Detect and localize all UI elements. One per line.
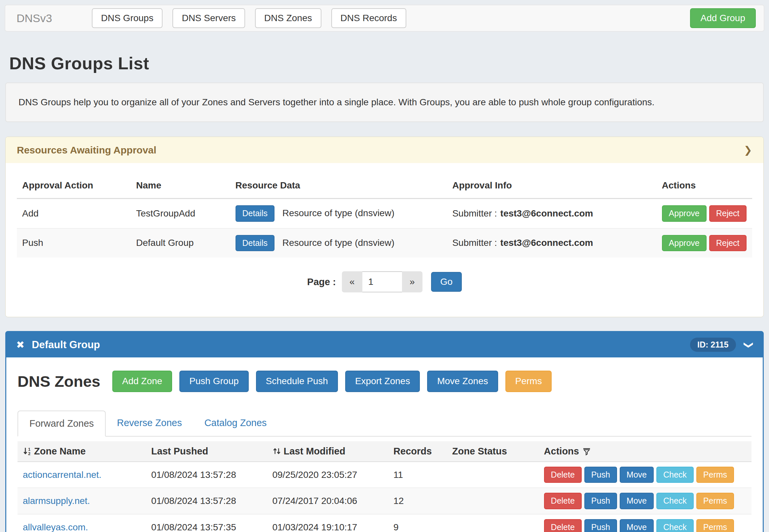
col-zone-name[interactable]: 12Zone Name	[17, 441, 146, 462]
move-button[interactable]: Move	[620, 493, 654, 509]
approval-info-cell: Submitter :test3@6connect.com	[447, 228, 656, 258]
zone-name-link[interactable]: actioncarrental.net.	[23, 470, 101, 480]
col-actions: Actions	[657, 173, 752, 199]
last-pushed-cell: 01/08/2024 13:57:28	[146, 462, 267, 488]
zone-name-link[interactable]: alarmsupply.net.	[23, 496, 90, 506]
chevron-down-icon[interactable]	[745, 339, 753, 351]
perms-row-button[interactable]: Perms	[696, 493, 734, 509]
zone-status-cell	[447, 462, 539, 488]
perms-row-button[interactable]: Perms	[696, 519, 734, 532]
group-panel-body: DNS Zones Add Zone Push Group Schedule P…	[6, 357, 763, 532]
next-page-button[interactable]: »	[402, 271, 422, 292]
details-button[interactable]: Details	[236, 205, 275, 222]
resources-awaiting-approval-panel: Resources Awaiting Approval Approval Act…	[5, 137, 764, 317]
last-pushed-cell: 01/08/2024 13:57:28	[146, 488, 267, 514]
col-zone-status: Zone Status	[447, 441, 539, 462]
chevron-right-icon[interactable]	[744, 144, 752, 156]
last-modified-cell: 09/25/2020 23:05:27	[267, 462, 388, 488]
col-zone-actions[interactable]: Actions	[539, 441, 752, 462]
approval-row: Push Default Group Details Resource of t…	[17, 228, 752, 258]
perms-row-button[interactable]: Perms	[696, 467, 734, 483]
records-cell: 11	[388, 462, 447, 488]
perms-button[interactable]: Perms	[505, 371, 552, 392]
approval-panel-header: Resources Awaiting Approval	[6, 137, 763, 163]
tab-catalog-zones[interactable]: Catalog Zones	[193, 411, 278, 437]
approval-row: Add TestGroupAdd Details Resource of typ…	[17, 199, 752, 228]
move-button[interactable]: Move	[620, 519, 654, 532]
approval-actions-cell: ApproveReject	[657, 199, 752, 228]
resource-description: Resource of type (dnsview)	[283, 208, 394, 218]
nav-dns-servers-button[interactable]: DNS Servers	[172, 8, 245, 28]
top-navbar: DNSv3 DNS Groups DNS Servers DNS Zones D…	[5, 5, 764, 32]
page-number-input[interactable]	[362, 271, 402, 292]
last-modified-cell: 01/03/2024 19:10:17	[267, 514, 388, 532]
app-brand: DNSv3	[17, 12, 52, 25]
dns-zones-toolbar: DNS Zones Add Zone Push Group Schedule P…	[17, 371, 752, 392]
sort-updown-icon	[272, 447, 282, 456]
push-button[interactable]: Push	[585, 493, 617, 509]
submitter-label: Submitter :	[452, 208, 497, 218]
close-icon[interactable]	[16, 339, 24, 351]
approval-header-row: Approval Action Name Resource Data Appro…	[17, 173, 752, 199]
filter-icon	[583, 447, 591, 456]
nav-dns-groups-button[interactable]: DNS Groups	[92, 8, 163, 28]
zones-tabs: Forward Zones Reverse Zones Catalog Zone…	[17, 411, 752, 437]
group-title: Default Group	[32, 339, 100, 351]
check-button[interactable]: Check	[656, 493, 694, 509]
add-group-button[interactable]: Add Group	[690, 8, 756, 28]
approval-info-cell: Submitter :test3@6connect.com	[447, 199, 656, 228]
col-last-modified[interactable]: Last Modified	[267, 441, 388, 462]
dns-zones-heading: DNS Zones	[17, 372, 100, 390]
tab-reverse-zones[interactable]: Reverse Zones	[106, 411, 193, 437]
push-button[interactable]: Push	[585, 519, 617, 532]
sort-numeric-icon: 12	[23, 447, 32, 456]
schedule-push-button[interactable]: Schedule Push	[256, 371, 338, 392]
zone-status-cell	[447, 514, 539, 532]
zone-row: actioncarrental.net. 01/08/2024 13:57:28…	[17, 462, 752, 488]
reject-button[interactable]: Reject	[709, 205, 747, 222]
prev-page-button[interactable]: «	[342, 271, 362, 292]
add-zone-button[interactable]: Add Zone	[112, 371, 172, 392]
last-pushed-cell: 01/08/2024 13:57:35	[146, 514, 267, 532]
resource-description: Resource of type (dnsview)	[283, 238, 394, 248]
approval-name-cell: TestGroupAdd	[131, 199, 230, 228]
col-resource-data: Resource Data	[230, 173, 447, 199]
push-button[interactable]: Push	[585, 467, 617, 483]
approve-button[interactable]: Approve	[662, 205, 707, 222]
page-title: DNS Groups List	[9, 53, 769, 73]
dns-groups-page: { "navbar": { "brand": "DNSv3", "nav_ite…	[0, 0, 769, 532]
approval-pagination: Page : « » Go	[17, 271, 752, 292]
zones-header-row: 12Zone Name Last Pushed Last Modified Re…	[17, 441, 752, 462]
col-last-pushed: Last Pushed	[146, 441, 267, 462]
delete-button[interactable]: Delete	[544, 493, 582, 509]
nav-dns-zones-button[interactable]: DNS Zones	[255, 8, 321, 28]
default-group-panel: Default Group ID: 2115 DNS Zones Add Zon…	[5, 331, 764, 532]
submitter-label: Submitter :	[452, 238, 497, 248]
last-modified-cell: 07/24/2017 20:04:06	[267, 488, 388, 514]
export-zones-button[interactable]: Export Zones	[345, 371, 420, 392]
approve-button[interactable]: Approve	[662, 235, 707, 251]
submitter-email: test3@6connect.com	[500, 208, 593, 218]
col-approval-info: Approval Info	[447, 173, 656, 199]
tab-forward-zones[interactable]: Forward Zones	[17, 411, 106, 437]
page-label: Page :	[307, 277, 336, 287]
zone-name-link[interactable]: allvalleyas.com.	[23, 522, 88, 532]
approval-actions-cell: ApproveReject	[657, 228, 752, 258]
check-button[interactable]: Check	[656, 467, 694, 483]
submitter-email: test3@6connect.com	[500, 238, 593, 248]
delete-button[interactable]: Delete	[544, 519, 582, 532]
delete-button[interactable]: Delete	[544, 467, 582, 483]
move-button[interactable]: Move	[620, 467, 654, 483]
approval-resource-cell: Details Resource of type (dnsview)	[230, 199, 447, 228]
details-button[interactable]: Details	[236, 235, 275, 251]
nav-dns-records-button[interactable]: DNS Records	[331, 8, 406, 28]
col-name: Name	[131, 173, 230, 199]
reject-button[interactable]: Reject	[709, 235, 747, 251]
move-zones-button[interactable]: Move Zones	[427, 371, 498, 392]
group-panel-header: Default Group ID: 2115	[6, 332, 763, 357]
check-button[interactable]: Check	[656, 519, 694, 532]
approval-resource-cell: Details Resource of type (dnsview)	[230, 228, 447, 258]
push-group-button[interactable]: Push Group	[179, 371, 249, 392]
go-button[interactable]: Go	[431, 272, 462, 292]
zone-actions-cell: DeletePushMoveCheckPerms	[539, 488, 752, 514]
